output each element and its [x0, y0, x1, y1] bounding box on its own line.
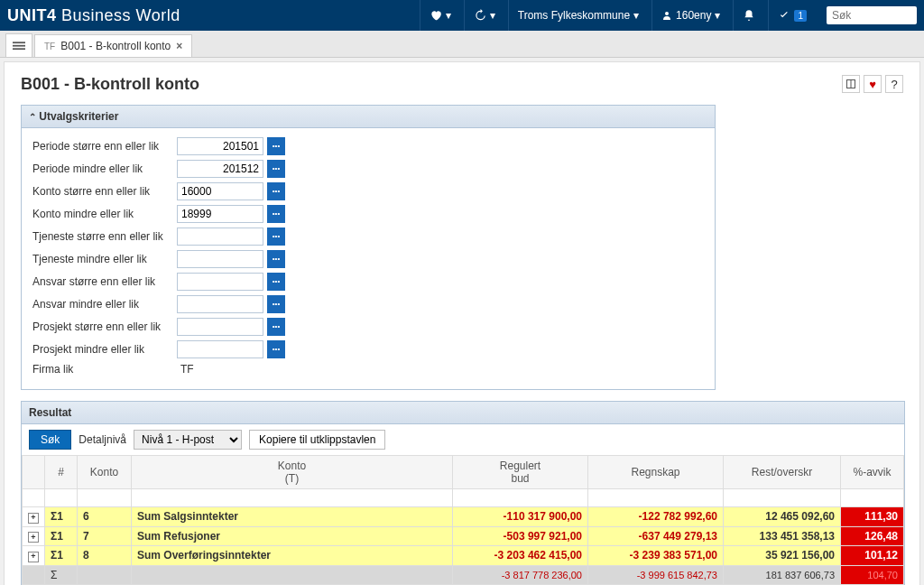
favorite-button[interactable]: ♥: [864, 75, 882, 93]
svg-rect-2: [13, 44, 25, 46]
lookup-button[interactable]: •••: [267, 250, 285, 268]
grid-filter-row[interactable]: [23, 489, 904, 507]
ellipsis-icon: •••: [273, 210, 280, 218]
lookup-button[interactable]: •••: [267, 182, 285, 200]
history-menu[interactable]: ▾: [464, 0, 504, 31]
lookup-button[interactable]: •••: [267, 273, 285, 291]
favorite-menu[interactable]: ▾: [420, 0, 460, 31]
ellipsis-icon: •••: [273, 188, 280, 195]
search-button[interactable]: Søk: [29, 430, 71, 450]
tasks-badge: 1: [794, 10, 807, 22]
cell-regn: -3 239 383 571,00: [588, 546, 724, 566]
criteria-input[interactable]: [177, 205, 263, 223]
criteria-label: Tjeneste større enn eller lik: [32, 230, 177, 243]
check-icon: [778, 9, 790, 22]
lookup-button[interactable]: •••: [267, 318, 285, 336]
table-row[interactable]: +Σ17Sum Refusjoner-503 997 921,00-637 44…: [23, 526, 904, 546]
columns-icon: [845, 79, 856, 89]
table-row[interactable]: +Σ16Sum Salgsinntekter-110 317 900,00-12…: [23, 507, 904, 527]
criteria-row: Periode mindre eller lik•••: [32, 160, 704, 178]
expand-button[interactable]: +: [28, 532, 39, 543]
svg-point-0: [665, 12, 669, 15]
criteria-input[interactable]: [177, 318, 263, 336]
global-search[interactable]: [827, 6, 917, 24]
criteria-input[interactable]: [177, 295, 263, 313]
page-content: ♥ ? B001 - B-kontroll konto ⌃ Utvalgskri…: [4, 61, 920, 585]
cell-avvik: 104,70: [841, 565, 904, 584]
col-regbud[interactable]: Regulert bud: [453, 456, 588, 489]
lookup-button[interactable]: •••: [267, 228, 285, 246]
user-menu[interactable]: 160eny ▾: [651, 0, 729, 31]
menu-button[interactable]: [5, 33, 32, 57]
col-konto[interactable]: Konto: [78, 456, 132, 489]
result-title: Resultat: [29, 406, 71, 419]
col-avvik[interactable]: %-avvik: [841, 456, 904, 489]
lookup-button[interactable]: •••: [267, 160, 285, 178]
criteria-input[interactable]: [177, 182, 263, 200]
result-panel: Resultat Søk Detaljnivå Nivå 1 - H-post …: [21, 401, 905, 585]
lookup-button[interactable]: •••: [267, 137, 285, 155]
close-icon[interactable]: ×: [176, 40, 182, 52]
cell-rest: 35 921 156,00: [724, 546, 841, 566]
criteria-value: TF: [177, 363, 194, 376]
result-toolbar: Søk Detaljnivå Nivå 1 - H-post Kopiere t…: [22, 424, 904, 455]
criteria-body: Periode større enn eller lik•••Periode m…: [22, 128, 715, 389]
menu-icon: [13, 40, 25, 52]
col-rest[interactable]: Rest/overskr: [724, 456, 841, 489]
lookup-button[interactable]: •••: [267, 340, 285, 358]
col-num[interactable]: #: [45, 456, 78, 489]
criteria-input[interactable]: [177, 160, 263, 178]
cell-bud: -110 317 900,00: [453, 507, 588, 527]
detail-label: Detaljnivå: [79, 433, 126, 446]
cell-regn: -637 449 279,13: [588, 526, 724, 546]
tab-label: B001 - B-kontroll konto: [60, 40, 171, 52]
criteria-label: Prosjekt større enn eller lik: [32, 320, 177, 333]
help-button[interactable]: ?: [885, 75, 903, 93]
criteria-input[interactable]: [177, 137, 263, 155]
app-logo: UNIT4 Business World: [7, 6, 180, 25]
user-label: 160eny: [676, 9, 711, 22]
ellipsis-icon: •••: [273, 278, 280, 285]
heart-icon: [430, 9, 442, 22]
criteria-input[interactable]: [177, 273, 263, 291]
criteria-label: Konto større enn eller lik: [32, 185, 177, 198]
ellipsis-icon: •••: [273, 233, 280, 240]
col-regnskap[interactable]: Regnskap: [588, 456, 724, 489]
criteria-input[interactable]: [177, 340, 263, 358]
copy-button[interactable]: Kopiere til utklippstavlen: [249, 430, 385, 450]
tab-b001[interactable]: TF B001 - B-kontroll konto ×: [34, 34, 192, 57]
col-expand[interactable]: [23, 456, 45, 489]
criteria-row: Firma likTF: [32, 363, 704, 376]
result-header[interactable]: Resultat: [22, 402, 904, 424]
criteria-input[interactable]: [177, 228, 263, 246]
criteria-header[interactable]: ⌃ Utvalgskriterier: [22, 106, 715, 128]
cell-konto-t: Sum Refusjoner: [132, 526, 453, 546]
ellipsis-icon: •••: [273, 301, 280, 308]
cell-regn: -3 999 615 842,73: [588, 565, 724, 584]
grid-header-row: # Konto Konto (T) Regulert bud Regnskap …: [23, 456, 904, 489]
search-input[interactable]: [832, 9, 911, 22]
total-row: Σ-3 817 778 236,00-3 999 615 842,73181 8…: [23, 565, 904, 584]
bell-icon: [743, 9, 755, 22]
notifications[interactable]: [733, 0, 764, 31]
org-label: Troms Fylkeskommune: [518, 9, 630, 22]
detail-select[interactable]: Nivå 1 - H-post: [134, 430, 242, 450]
criteria-label: Konto mindre eller lik: [32, 208, 177, 220]
expand-button[interactable]: +: [28, 552, 39, 562]
lookup-button[interactable]: •••: [267, 295, 285, 313]
criteria-input[interactable]: [177, 250, 263, 268]
history-icon: [474, 9, 486, 22]
split-view-button[interactable]: [842, 75, 860, 93]
cell-rest: 181 837 606,73: [724, 565, 841, 584]
cell-regn: -122 782 992,60: [588, 507, 724, 527]
criteria-label: Periode større enn eller lik: [32, 140, 177, 153]
svg-rect-3: [13, 48, 25, 50]
cell-rest: 12 465 092,60: [724, 507, 841, 527]
cell-konto-t: Sum Salgsinntekter: [132, 507, 453, 527]
tasks[interactable]: 1: [768, 0, 816, 31]
expand-button[interactable]: +: [28, 513, 39, 524]
col-konto-t[interactable]: Konto (T): [132, 456, 453, 489]
org-menu[interactable]: Troms Fylkeskommune ▾: [508, 0, 648, 31]
table-row[interactable]: +Σ18Sum Overføringsinntekter-3 203 462 4…: [23, 546, 904, 566]
lookup-button[interactable]: •••: [267, 205, 285, 223]
